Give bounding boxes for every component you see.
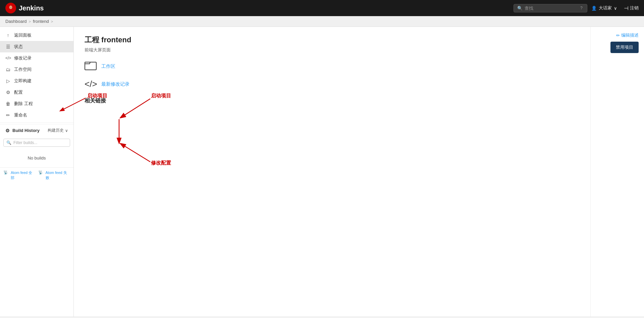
sidebar-item-back[interactable]: ↑ 返回面板 xyxy=(0,30,73,41)
pencil-icon: ✏ xyxy=(616,33,620,38)
right-panel: ✏ 编辑描述 禁用项目 xyxy=(590,27,644,317)
build-history-title: Build History xyxy=(12,128,40,133)
svg-point-4 xyxy=(11,7,12,7)
disable-project-button[interactable]: 禁用项目 xyxy=(610,42,639,53)
atom-feed-fail[interactable]: Atom feed 失败 xyxy=(46,170,70,180)
project-title: 工程 frontend xyxy=(85,35,580,45)
logout-button[interactable]: ⊣ 注销 xyxy=(624,5,639,11)
sidebar-label-configure: 配置 xyxy=(14,89,23,95)
sidebar-label-status: 状态 xyxy=(14,44,23,50)
sidebar-item-configure[interactable]: ⚙ 配置 xyxy=(0,87,73,98)
configure-icon: ⚙ xyxy=(5,90,11,95)
sidebar-label-workspace: 工作空间 xyxy=(14,66,32,73)
sidebar: ↑ 返回面板 ☰ 状态 </> 修改记录 🗂 工作空间 ▷ 立即构建 ⚙ 配置 … xyxy=(0,27,74,317)
build-history-dropdown-icon: ∨ xyxy=(65,128,68,133)
logout-label: 注销 xyxy=(630,5,639,11)
rename-icon: ✏ xyxy=(5,112,11,118)
sidebar-label-delete: 删除 工程 xyxy=(14,101,33,107)
build-history-subtitle: 构建历史 xyxy=(48,128,64,133)
build-history-subtitle-group: 构建历史 ∨ xyxy=(48,128,68,133)
svg-point-3 xyxy=(10,7,10,7)
header: Jenkins 🔍 ? 👤 大话家 ∨ ⊣ 注销 xyxy=(0,0,644,16)
atom-icon-all: 📡 xyxy=(3,170,8,180)
workspace-link[interactable]: 工作区 xyxy=(101,63,115,70)
atom-feeds: 📡 Atom feed 全部 📡 Atom feed 失败 xyxy=(0,167,73,183)
workspace-icon: 🗂 xyxy=(5,67,11,72)
app-title: Jenkins xyxy=(19,4,44,12)
build-history-section: ⚙ Build History 构建历史 ∨ 🔍 No builds 📡 Ato… xyxy=(0,124,73,183)
sidebar-item-rename[interactable]: ✏ 重命名 xyxy=(0,109,73,121)
filter-builds-input[interactable] xyxy=(13,140,67,145)
atom-icon-fail: 📡 xyxy=(38,170,43,180)
sidebar-item-build-now[interactable]: ▷ 立即构建 xyxy=(0,75,73,87)
footer: Jenkins 中文社区 REST API Jenkins 2.346.1 xyxy=(0,317,644,318)
user-icon: 👤 xyxy=(591,6,597,11)
sidebar-label-rename: 重命名 xyxy=(14,112,27,118)
jenkins-logo: Jenkins xyxy=(5,3,44,13)
breadcrumb: Dashboard > frontend > xyxy=(0,16,644,27)
changelog-link-item: </> 最新修改记录 xyxy=(85,79,580,89)
user-name: 大话家 xyxy=(599,5,612,11)
related-links-title: 相关链接 xyxy=(85,97,580,104)
build-history-gear-icon: ⚙ xyxy=(5,128,10,133)
project-description: 前端大屏页面 xyxy=(85,47,580,53)
breadcrumb-sep-1: > xyxy=(29,19,31,24)
logout-icon: ⊣ xyxy=(624,5,629,11)
sidebar-divider xyxy=(0,122,73,123)
main-content: 工程 frontend 前端大屏页面 工作区 </> 最新修改记录 相关链接 xyxy=(74,27,590,317)
status-icon: ☰ xyxy=(5,44,11,49)
search-icon: 🔍 xyxy=(517,6,523,11)
main-layout: ↑ 返回面板 ☰ 状态 </> 修改记录 🗂 工作空间 ▷ 立即构建 ⚙ 配置 … xyxy=(0,27,644,317)
search-input[interactable] xyxy=(525,6,578,11)
build-now-icon: ▷ xyxy=(5,78,11,84)
sidebar-item-status[interactable]: ☰ 状态 xyxy=(0,41,73,52)
sidebar-label-build-now: 立即构建 xyxy=(14,78,32,84)
build-history-header[interactable]: ⚙ Build History 构建历史 ∨ xyxy=(0,124,73,137)
edit-desc-label: 编辑描述 xyxy=(621,32,639,38)
no-builds-message: No builds xyxy=(0,149,73,167)
latest-change-link[interactable]: 最新修改记录 xyxy=(101,81,129,87)
sidebar-label-changelog: 修改记录 xyxy=(14,55,32,61)
build-history-title-group: ⚙ Build History xyxy=(5,128,40,133)
changelog-link-icon: </> xyxy=(85,79,97,89)
filter-search-icon: 🔍 xyxy=(6,140,11,145)
sidebar-label-back: 返回面板 xyxy=(14,32,32,38)
user-menu[interactable]: 👤 大话家 ∨ xyxy=(591,5,617,11)
breadcrumb-frontend[interactable]: frontend xyxy=(33,19,49,24)
sidebar-item-workspace[interactable]: 🗂 工作空间 xyxy=(0,64,73,75)
back-icon: ↑ xyxy=(5,33,11,38)
workspace-link-icon xyxy=(85,60,97,73)
user-dropdown-icon: ∨ xyxy=(614,6,617,11)
main-links: 工作区 </> 最新修改记录 xyxy=(85,60,580,89)
sidebar-item-changelog[interactable]: </> 修改记录 xyxy=(0,52,73,64)
delete-icon: 🗑 xyxy=(5,101,11,106)
sidebar-item-delete[interactable]: 🗑 删除 工程 xyxy=(0,98,73,109)
svg-rect-5 xyxy=(85,62,96,70)
changelog-icon: </> xyxy=(5,56,11,60)
breadcrumb-sep-2: > xyxy=(51,19,53,24)
atom-feed-all[interactable]: Atom feed 全部 xyxy=(11,170,36,180)
breadcrumb-dashboard[interactable]: Dashboard xyxy=(5,19,27,24)
filter-builds-box[interactable]: 🔍 xyxy=(3,139,70,147)
search-box[interactable]: 🔍 ? xyxy=(514,4,587,12)
help-icon[interactable]: ? xyxy=(580,6,583,10)
edit-description-button[interactable]: ✏ 编辑描述 xyxy=(616,32,639,38)
jenkins-icon xyxy=(5,3,16,13)
workspace-link-item: 工作区 xyxy=(85,60,580,73)
